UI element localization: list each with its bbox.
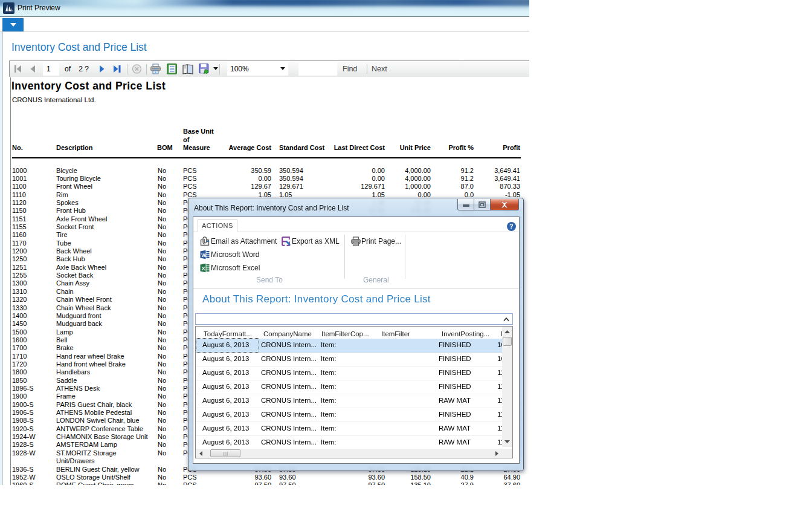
svg-text:X: X [202, 265, 205, 272]
svg-text:W: W [201, 252, 207, 258]
